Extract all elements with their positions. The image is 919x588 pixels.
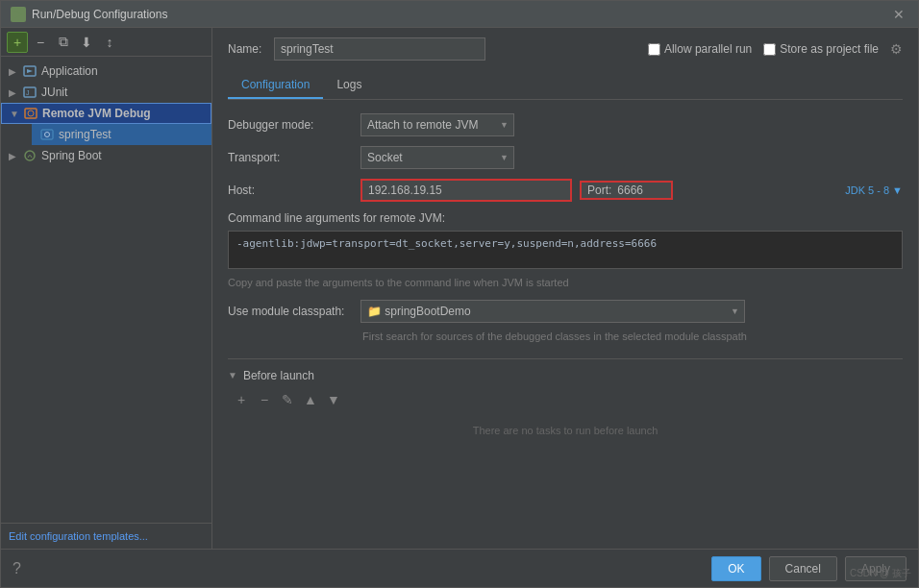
icon-spring-boot bbox=[22, 148, 37, 163]
host-port-row: Host: Port: JDK 5 - 8 ▼ bbox=[228, 179, 903, 202]
bottom-bar: ? OK Cancel Apply bbox=[1, 549, 918, 587]
port-label: Port: bbox=[587, 184, 611, 197]
tree-item-spring-boot[interactable]: ▶ Spring Boot bbox=[1, 145, 211, 166]
transport-row: Transport: Socket bbox=[228, 146, 903, 169]
arrow-spring-boot: ▶ bbox=[9, 151, 22, 161]
module-select-wrapper: 📁 springBootDemo bbox=[360, 300, 745, 323]
icon-application bbox=[22, 63, 37, 79]
store-project-label: Store as project file bbox=[780, 42, 879, 56]
jdk-link[interactable]: JDK 5 - 8 ▼ bbox=[845, 184, 903, 196]
gear-icon[interactable]: ⚙ bbox=[890, 41, 903, 57]
remove-config-button[interactable]: − bbox=[30, 32, 51, 53]
cmdline-hint: Copy and paste the arguments to the comm… bbox=[228, 277, 903, 288]
name-input[interactable] bbox=[274, 37, 485, 61]
svg-text:J: J bbox=[26, 89, 30, 96]
arrow-junit: ▶ bbox=[9, 87, 22, 98]
icon-junit: J bbox=[22, 85, 37, 100]
copy-config-button[interactable]: ⧉ bbox=[53, 32, 74, 53]
svg-point-6 bbox=[28, 110, 34, 116]
add-config-button[interactable]: + bbox=[7, 32, 28, 53]
left-toolbar: + − ⧉ ⬇ ↕ bbox=[1, 28, 211, 57]
label-spring-test: springTest bbox=[59, 128, 112, 141]
close-button[interactable]: ✕ bbox=[889, 7, 908, 22]
left-panel: + − ⧉ ⬇ ↕ ▶ Application bbox=[1, 28, 212, 549]
allow-parallel-checkbox[interactable]: Allow parallel run bbox=[648, 42, 752, 56]
debugger-mode-select[interactable]: Attach to remote JVM bbox=[360, 113, 514, 136]
cancel-button[interactable]: Cancel bbox=[769, 556, 837, 581]
before-launch-label: Before launch bbox=[243, 369, 314, 382]
svg-rect-7 bbox=[41, 130, 53, 139]
left-footer: Edit configuration templates... bbox=[1, 523, 211, 549]
tabs-row: Configuration Logs bbox=[228, 72, 903, 100]
port-input[interactable] bbox=[617, 184, 665, 197]
main-content: + − ⧉ ⬇ ↕ ▶ Application bbox=[1, 28, 918, 549]
move-config-button[interactable]: ⬇ bbox=[76, 32, 97, 53]
name-label: Name: bbox=[228, 42, 266, 56]
sort-config-button[interactable]: ↕ bbox=[99, 32, 120, 53]
checkboxes-group: Allow parallel run Store as project file… bbox=[648, 41, 903, 57]
svg-marker-0 bbox=[14, 11, 22, 18]
tree-item-spring-test[interactable]: springTest bbox=[32, 124, 211, 145]
before-launch-toolbar: + − ✎ ▲ ▼ bbox=[228, 390, 903, 409]
title-bar-left: Run/Debug Configurations bbox=[11, 7, 167, 22]
cmdline-box: -agentlib:jdwp=transport=dt_socket,serve… bbox=[228, 231, 903, 269]
transport-select[interactable]: Socket bbox=[360, 146, 514, 169]
icon-remote-jvm bbox=[23, 106, 38, 121]
tab-logs[interactable]: Logs bbox=[323, 72, 375, 99]
edit-templates-link[interactable]: Edit configuration templates... bbox=[9, 530, 148, 542]
module-hint: First search for sources of the debugged… bbox=[228, 329, 903, 345]
arrow-application: ▶ bbox=[9, 66, 22, 77]
svg-marker-2 bbox=[27, 69, 33, 73]
before-launch-header: ▼ Before launch bbox=[228, 369, 903, 382]
dialog-title: Run/Debug Configurations bbox=[32, 8, 167, 21]
store-project-checkbox[interactable]: Store as project file bbox=[763, 42, 879, 56]
edit-task-button[interactable]: ✎ bbox=[278, 390, 297, 409]
run-debug-dialog: Run/Debug Configurations ✕ + − ⧉ ⬇ ↕ ▶ bbox=[0, 0, 919, 588]
module-classpath-select[interactable]: 📁 springBootDemo bbox=[360, 300, 745, 323]
tree-item-application[interactable]: ▶ Application bbox=[1, 61, 211, 82]
watermark: CSDN @ 孩子 bbox=[850, 567, 911, 580]
debugger-mode-row: Debugger mode: Attach to remote JVM bbox=[228, 113, 903, 136]
config-tree: ▶ Application ▶ J bbox=[1, 57, 211, 523]
module-classpath-label: Use module classpath: bbox=[228, 305, 353, 318]
help-icon[interactable]: ? bbox=[12, 560, 21, 577]
debugger-mode-label: Debugger mode: bbox=[228, 118, 353, 132]
label-spring-boot: Spring Boot bbox=[41, 149, 102, 162]
label-remote-jvm: Remote JVM Debug bbox=[42, 107, 151, 120]
allow-parallel-input[interactable] bbox=[648, 43, 660, 56]
transport-select-wrapper: Socket bbox=[360, 146, 514, 169]
before-launch-arrow: ▼ bbox=[228, 370, 237, 380]
label-application: Application bbox=[41, 64, 98, 78]
module-classpath-row: Use module classpath: 📁 springBootDemo bbox=[228, 300, 903, 323]
cmdline-label: Command line arguments for remote JVM: bbox=[228, 211, 903, 225]
before-launch-section: ▼ Before launch + − ✎ ▲ ▼ There are no t… bbox=[228, 358, 903, 444]
tab-configuration[interactable]: Configuration bbox=[228, 72, 323, 99]
port-wrapper: Port: bbox=[580, 181, 673, 200]
icon-spring-test bbox=[39, 127, 55, 142]
tree-item-junit[interactable]: ▶ J JUnit bbox=[1, 82, 211, 103]
right-panel: Name: Allow parallel run Store as projec… bbox=[212, 28, 918, 549]
name-row: Name: Allow parallel run Store as projec… bbox=[228, 37, 903, 61]
allow-parallel-label: Allow parallel run bbox=[664, 42, 752, 56]
move-up-task-button[interactable]: ▲ bbox=[301, 390, 320, 409]
remove-task-button[interactable]: − bbox=[255, 390, 274, 409]
before-launch-empty: There are no tasks to run before launch bbox=[228, 417, 903, 444]
add-task-button[interactable]: + bbox=[232, 390, 251, 409]
cmdline-section: Command line arguments for remote JVM: -… bbox=[228, 211, 903, 300]
move-down-task-button[interactable]: ▼ bbox=[324, 390, 343, 409]
title-bar: Run/Debug Configurations ✕ bbox=[1, 1, 918, 28]
host-input[interactable] bbox=[360, 179, 572, 202]
host-label: Host: bbox=[228, 184, 353, 197]
dialog-icon bbox=[11, 7, 26, 22]
debugger-mode-select-wrapper: Attach to remote JVM bbox=[360, 113, 514, 136]
arrow-remote-jvm: ▼ bbox=[10, 109, 23, 119]
transport-label: Transport: bbox=[228, 151, 353, 164]
tree-item-remote-jvm[interactable]: ▼ Remote JVM Debug bbox=[1, 103, 211, 124]
store-project-input[interactable] bbox=[763, 43, 776, 56]
label-junit: JUnit bbox=[41, 86, 67, 99]
ok-button[interactable]: OK bbox=[711, 556, 760, 581]
